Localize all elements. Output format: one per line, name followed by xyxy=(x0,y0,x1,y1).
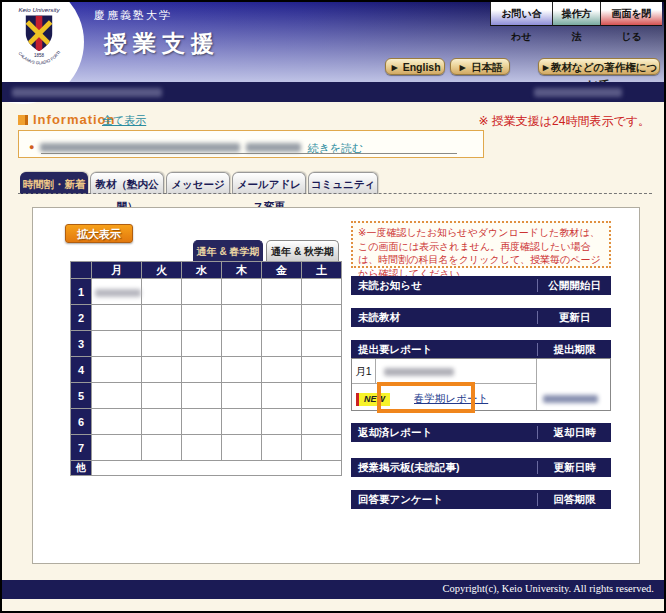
tab-community[interactable]: コミュニティ xyxy=(308,172,378,194)
timetable-cell xyxy=(302,305,342,331)
information-icon xyxy=(18,115,28,125)
show-all-link[interactable]: 全て表示 xyxy=(102,113,146,128)
user-name-redacted xyxy=(12,88,162,97)
timetable-cell xyxy=(262,409,302,435)
notice-box: ※一度確認したお知らせやダウンロードした教材は、この画面には表示されません。再度… xyxy=(351,221,611,268)
timetable-cell xyxy=(262,279,302,305)
section-title: 提出要レポート xyxy=(358,343,432,357)
course-name-redacted[interactable] xyxy=(95,289,141,297)
section-surveys: 回答要アンケート 回答期限 xyxy=(351,490,611,509)
tab-materials[interactable]: 教材（塾内公開） xyxy=(90,172,164,194)
report-deadline-redacted xyxy=(543,395,598,403)
close-screen-button[interactable]: 画面を閉じる xyxy=(600,2,662,26)
day-header: 金 xyxy=(262,262,302,279)
timetable-cell xyxy=(92,305,142,331)
section-class-board: 授業掲示板(未読記事) 更新日時 xyxy=(351,458,611,477)
timetable-cell xyxy=(182,305,222,331)
other-row-header: 他 xyxy=(71,461,92,476)
timetable-cell xyxy=(92,331,142,357)
timetable-cell xyxy=(302,383,342,409)
section-unread-materials: 未読教材 更新日 xyxy=(351,308,611,327)
period-header: 5 xyxy=(71,383,92,409)
timetable-cell xyxy=(302,409,342,435)
timetable-cell xyxy=(302,279,342,305)
timetable-cell xyxy=(92,383,142,409)
period-header: 6 xyxy=(71,409,92,435)
keio-crest-icon: Keio University 1858 CALAMVS GLADIO FORT… xyxy=(6,4,72,70)
period-header: 7 xyxy=(71,435,92,461)
reports-due-rows: 月1 NEW 春学期レポート xyxy=(351,358,611,411)
help-button[interactable]: 操作方法 xyxy=(552,2,600,26)
section-returned-reports: 返却済レポート 返却日時 xyxy=(351,423,611,442)
timetable-cell xyxy=(92,435,142,461)
timetable-cell xyxy=(302,331,342,357)
section-date-label: 回答期限 xyxy=(537,493,611,506)
page-title: 授業支援 xyxy=(104,28,220,59)
tab-fall-semester[interactable]: 通年 & 秋学期 xyxy=(266,240,339,261)
university-name: 慶應義塾大学 xyxy=(94,8,172,23)
info-text-redacted xyxy=(246,143,301,152)
course-name-redacted[interactable] xyxy=(384,368,454,376)
footer: Copyright(c), Keio University. All right… xyxy=(2,580,664,599)
timetable-cell xyxy=(142,409,182,435)
timetable-cell-course[interactable] xyxy=(92,279,142,305)
tab-email-change[interactable]: メールアドレス変更 xyxy=(232,172,306,194)
section-title: 返却済レポート xyxy=(358,426,432,440)
timetable-cell xyxy=(222,435,262,461)
enlarge-view-button[interactable]: 拡大表示 xyxy=(65,224,133,243)
timetable-cell xyxy=(302,435,342,461)
timetable-cell xyxy=(182,357,222,383)
information-box: ●続きを読む xyxy=(18,130,484,158)
timetable-other-cell xyxy=(92,461,342,476)
period-header: 2 xyxy=(71,305,92,331)
copyright-text: Copyright(c), Keio University. All right… xyxy=(442,583,654,594)
timetable-cell xyxy=(182,383,222,409)
tab-timetable-new[interactable]: 時間割・新着 xyxy=(20,172,88,194)
period-header: 1 xyxy=(71,279,92,305)
timetable-cell xyxy=(92,357,142,383)
timetable-cell xyxy=(222,409,262,435)
timetable-cell xyxy=(142,357,182,383)
day-header: 土 xyxy=(302,262,342,279)
timetable-cell xyxy=(222,383,262,409)
section-title: 授業掲示板(未読記事) xyxy=(358,461,460,475)
japanese-button[interactable]: ► 日本語 xyxy=(450,58,510,75)
timetable-cell xyxy=(182,435,222,461)
header: Keio University 1858 CALAMVS GLADIO FORT… xyxy=(2,2,664,82)
copyright-info-button[interactable]: ►教材などの著作権について xyxy=(538,58,660,75)
timetable-cell xyxy=(182,279,222,305)
timetable-cell xyxy=(262,383,302,409)
day-header: 水 xyxy=(182,262,222,279)
date-column-divider xyxy=(536,359,537,410)
section-date-label: 返却日時 xyxy=(537,426,611,439)
section-date-label: 更新日 xyxy=(537,311,611,324)
timetable-cell xyxy=(222,357,262,383)
current-date-redacted xyxy=(534,88,622,97)
timetable-cell xyxy=(222,279,262,305)
timetable-cell xyxy=(262,435,302,461)
contact-button[interactable]: お問い合わせ xyxy=(490,2,552,26)
spring-report-link[interactable]: 春学期レポート xyxy=(414,392,488,406)
section-unread-notices: 未読お知らせ 公開開始日 xyxy=(351,276,611,295)
timetable: 月火水木金土1234567他 xyxy=(70,261,342,476)
timetable-cell xyxy=(142,305,182,331)
timetable-cell xyxy=(222,331,262,357)
timetable-cell xyxy=(182,409,222,435)
user-bar xyxy=(2,82,664,102)
timetable-cell xyxy=(142,279,182,305)
tab-separator xyxy=(18,193,652,194)
bullet-icon: ● xyxy=(29,142,34,152)
svg-text:Keio University: Keio University xyxy=(18,6,60,13)
timetable-cell xyxy=(92,409,142,435)
section-date-label: 更新日時 xyxy=(537,461,611,474)
tab-messages[interactable]: メッセージ xyxy=(166,172,230,194)
timetable-cell xyxy=(262,357,302,383)
timetable-cell xyxy=(222,305,262,331)
tab-spring-semester[interactable]: 通年 & 春学期 xyxy=(193,240,263,261)
app-window: Keio University 1858 CALAMVS GLADIO FORT… xyxy=(0,0,666,613)
section-date-label: 提出期限 xyxy=(537,343,611,356)
timetable-cell xyxy=(262,331,302,357)
day-header: 木 xyxy=(222,262,262,279)
info-item-underline xyxy=(41,153,457,154)
english-button[interactable]: ► English xyxy=(385,58,445,75)
